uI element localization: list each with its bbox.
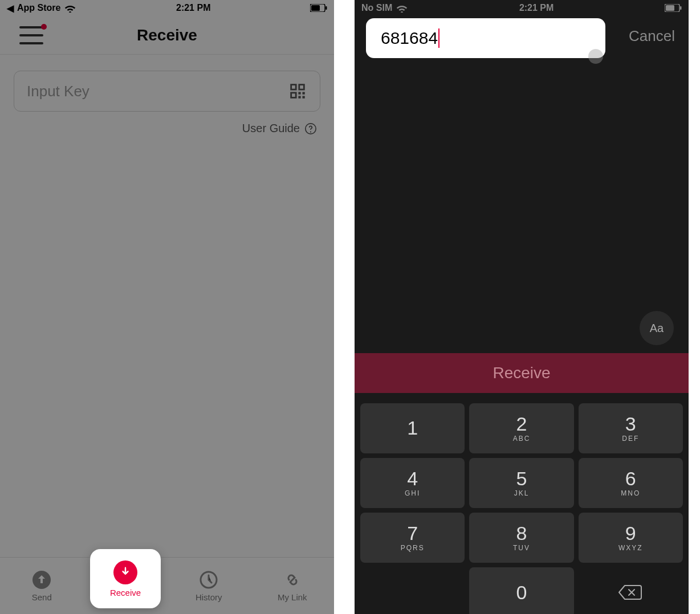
input-key-field[interactable]: Input Key [14,71,320,112]
back-app-label[interactable]: App Store [17,3,60,13]
send-icon [31,570,52,590]
notification-dot-icon [41,24,47,30]
key-6[interactable]: 6MNO [579,458,683,508]
svg-rect-2 [325,6,327,10]
key-5[interactable]: 5JKL [469,458,573,508]
svg-rect-9 [680,6,682,10]
left-screenshot: ◀ App Store 2:21 PM Receive Input Key Us… [0,0,334,614]
key-2[interactable]: 2ABC [469,403,573,453]
key-3[interactable]: 3DEF [579,403,683,453]
tab-send[interactable]: Send [0,558,84,614]
key-8[interactable]: 8TUV [469,513,573,563]
link-icon [282,570,303,590]
key-7[interactable]: 7PQRS [360,513,465,563]
battery-icon [310,4,327,12]
menu-button[interactable] [19,26,43,44]
cancel-button[interactable]: Cancel [629,27,675,45]
text-mode-button[interactable]: Aa [640,311,674,345]
clear-input-icon[interactable] [588,49,603,64]
key-9[interactable]: 9WXYZ [579,513,683,563]
header: Receive [0,16,334,55]
clock: 2:21 PM [519,3,554,13]
key-1[interactable]: 1 [360,403,465,453]
qr-icon[interactable] [288,81,307,101]
key-delete[interactable] [579,567,683,614]
svg-rect-8 [666,5,674,11]
backspace-icon [618,583,643,601]
text-cursor [438,28,439,48]
wifi-icon [64,3,76,13]
key-input-value: 681684 [381,28,438,48]
receive-icon [113,560,137,584]
right-screenshot: No SIM 2:21 PM 681684 Cancel Aa Receive … [355,0,689,614]
carrier-label: No SIM [361,3,392,13]
clock: 2:21 PM [176,3,210,13]
page-title: Receive [137,26,197,44]
key-4[interactable]: 4GHI [360,458,465,508]
key-input[interactable]: 681684 [366,18,605,58]
tab-mylink[interactable]: My Link [251,558,335,614]
key-empty [360,567,465,614]
status-bar: No SIM 2:21 PM [355,0,689,16]
tab-receive-active[interactable]: Receive [90,549,161,608]
status-bar: ◀ App Store 2:21 PM [0,0,334,16]
tab-bar: Send History My Link [0,557,334,614]
wifi-icon [396,3,408,13]
battery-icon [665,4,682,12]
svg-rect-1 [311,5,320,11]
tab-history[interactable]: History [167,558,251,614]
history-icon [198,570,219,590]
key-0[interactable]: 0 [469,567,573,614]
input-placeholder: Input Key [27,83,89,100]
user-guide-link[interactable]: User Guide [0,122,317,135]
help-icon [304,122,317,135]
receive-button[interactable]: Receive [355,353,689,393]
numeric-keypad: 1 2ABC 3DEF 4GHI 5JKL 6MNO 7PQRS 8TUV 9W… [358,399,685,614]
back-caret-icon: ◀ [7,3,14,14]
